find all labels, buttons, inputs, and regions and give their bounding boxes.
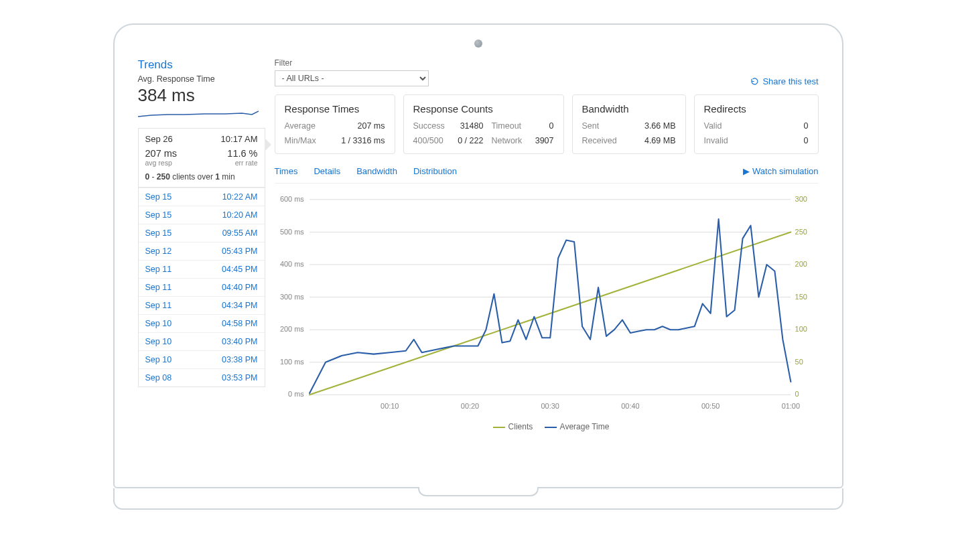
stat-key: Network (491, 136, 525, 145)
card-response-times: Response Times Average207 msMin/Max1 / 3… (275, 94, 395, 154)
stat-key: Sent (582, 121, 626, 131)
card-title: Response Counts (413, 103, 554, 115)
history-item[interactable]: Sep 1205:43 PM (139, 242, 265, 260)
svg-text:400 ms: 400 ms (279, 260, 303, 268)
history-item[interactable]: Sep 0803:53 PM (139, 368, 265, 387)
svg-text:00:40: 00:40 (621, 402, 639, 410)
history-item[interactable]: Sep 1003:40 PM (139, 332, 265, 350)
stat-value: 0 / 222 (455, 136, 483, 145)
svg-text:200 ms: 200 ms (279, 325, 303, 333)
svg-text:500 ms: 500 ms (279, 228, 303, 236)
history-item[interactable]: Sep 1510:20 AM (139, 206, 265, 224)
stat-key: Average (285, 121, 324, 131)
card-redirects: Redirects Valid0Invalid0 (694, 94, 819, 154)
stat-key: Received (582, 136, 626, 145)
history-item[interactable]: Sep 1003:38 PM (139, 350, 265, 368)
history-list: Sep 1510:22 AMSep 1510:20 AMSep 1509:55 … (138, 188, 265, 387)
stat-key: Invalid (704, 136, 762, 145)
stat-value: 4.69 MB (635, 136, 675, 145)
tab-details[interactable]: Details (314, 163, 340, 179)
camera-icon (474, 40, 482, 48)
avg-response-label: Avg. Response Time (138, 74, 265, 84)
history-item[interactable]: Sep 1104:34 PM (139, 296, 265, 314)
selected-err-label: err rate (235, 159, 258, 167)
sidebar-title: Trends (138, 58, 265, 72)
response-time-chart: 0 ms100 ms200 ms300 ms400 ms500 ms600 ms… (275, 190, 819, 418)
svg-text:250: 250 (795, 228, 807, 236)
stat-cards: Response Times Average207 msMin/Max1 / 3… (275, 94, 819, 154)
stat-key: Success (413, 121, 448, 131)
stat-value: 3.66 MB (635, 121, 675, 131)
app-root: Trends Avg. Response Time 384 ms Sep 26 … (138, 58, 819, 474)
card-response-counts: Response Counts Success31480Timeout0400/… (403, 94, 564, 154)
selected-date: Sep 26 (145, 134, 173, 144)
stat-value: 0 (770, 136, 808, 145)
history-item[interactable]: Sep 1104:40 PM (139, 278, 265, 296)
filter-block: Filter - All URLs - (275, 58, 429, 86)
laptop-base (113, 488, 843, 510)
svg-text:600 ms: 600 ms (279, 195, 303, 203)
watch-simulation-link[interactable]: ▶ Watch simulation (743, 166, 819, 176)
card-title: Redirects (704, 103, 809, 115)
history-item[interactable]: Sep 1104:45 PM (139, 260, 265, 278)
stat-value: 31480 (455, 121, 483, 131)
svg-text:0 ms: 0 ms (288, 390, 304, 398)
chart-area: 0 ms100 ms200 ms300 ms400 ms500 ms600 ms… (275, 190, 819, 418)
filter-label: Filter (275, 58, 429, 68)
svg-text:100: 100 (795, 325, 807, 333)
svg-text:50: 50 (795, 358, 803, 366)
tab-times[interactable]: Times (275, 163, 298, 179)
avg-response-value: 384 ms (138, 85, 265, 106)
history-item[interactable]: Sep 1004:58 PM (139, 314, 265, 332)
selected-err-value: 11.6 % (227, 148, 257, 159)
svg-text:0: 0 (795, 390, 799, 398)
laptop-frame: Trends Avg. Response Time 384 ms Sep 26 … (113, 23, 843, 510)
stat-key: Valid (704, 121, 762, 131)
stat-value: 3907 (533, 136, 554, 145)
stat-key: 400/500 (413, 136, 448, 145)
card-title: Response Times (285, 103, 385, 115)
selected-time: 10:17 AM (221, 134, 258, 144)
stat-value: 1 / 3316 ms (333, 136, 385, 145)
selected-test-card[interactable]: Sep 26 10:17 AM 207 ms 11.6 % avg resp e… (138, 128, 265, 188)
selected-clients-line: 0 - 250 clients over 1 min (145, 172, 258, 182)
separator (275, 183, 819, 184)
tab-bandwidth[interactable]: Bandwidth (356, 163, 397, 179)
svg-text:01:00: 01:00 (781, 402, 799, 410)
laptop-screen: Trends Avg. Response Time 384 ms Sep 26 … (113, 23, 843, 488)
history-item[interactable]: Sep 1509:55 AM (139, 224, 265, 242)
svg-text:300: 300 (795, 195, 807, 203)
svg-text:200: 200 (795, 260, 807, 268)
chart-tabs: TimesDetailsBandwidthDistribution (275, 163, 457, 179)
sidebar: Trends Avg. Response Time 384 ms Sep 26 … (138, 58, 265, 474)
svg-text:00:10: 00:10 (381, 402, 399, 410)
svg-text:100 ms: 100 ms (279, 358, 303, 366)
stat-key: Min/Max (285, 136, 324, 145)
chart-legend: Clients Average Time (275, 422, 819, 431)
history-item[interactable]: Sep 1510:22 AM (139, 188, 265, 206)
card-title: Bandwidth (582, 103, 676, 115)
stat-value: 207 ms (333, 121, 385, 131)
filter-select[interactable]: - All URLs - (275, 70, 429, 86)
svg-text:00:20: 00:20 (460, 402, 478, 410)
selected-resp-label: avg resp (145, 159, 172, 167)
stat-value: 0 (533, 121, 554, 131)
svg-text:150: 150 (795, 293, 807, 301)
play-icon: ▶ (743, 166, 750, 176)
selected-resp-value: 207 ms (145, 148, 178, 159)
stat-key: Timeout (491, 121, 525, 131)
tab-distribution[interactable]: Distribution (413, 163, 457, 179)
sparkline (138, 107, 259, 121)
share-link[interactable]: Share this test (750, 76, 818, 86)
svg-text:00:50: 00:50 (701, 402, 719, 410)
svg-text:00:30: 00:30 (541, 402, 559, 410)
main-panel: Filter - All URLs - Share this test Resp… (275, 58, 819, 474)
card-bandwidth: Bandwidth Sent3.66 MBReceived4.69 MB (572, 94, 686, 154)
svg-text:300 ms: 300 ms (279, 293, 303, 301)
share-icon (750, 77, 759, 86)
stat-value: 0 (770, 121, 808, 131)
